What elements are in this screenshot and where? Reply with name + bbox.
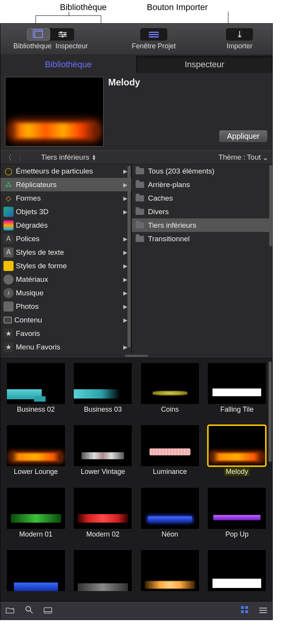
folder-column: Tous (203 éléments)Arrière-plansCachesDi…: [132, 164, 272, 354]
category-styles-de-forme[interactable]: Styles de forme▶: [0, 259, 131, 273]
category-label: Contenu: [14, 316, 42, 324]
list-view-button[interactable]: [259, 606, 267, 616]
grid-item-business-02[interactable]: Business 02: [4, 363, 68, 422]
bin-button[interactable]: [44, 606, 52, 616]
folder-label: Divers: [148, 208, 169, 216]
folder-arri-re-plans[interactable]: Arrière-plans: [132, 178, 272, 191]
item-label: Pop Up: [225, 530, 248, 538]
grid-item-modern-01[interactable]: Modern 01: [4, 488, 68, 547]
item-label: Business 03: [84, 405, 122, 414]
chevron-right-icon: ▶: [123, 182, 128, 188]
category-label: Objets 3D: [16, 208, 48, 216]
folder-icon: [136, 236, 144, 242]
item-thumbnail: [7, 550, 65, 591]
category-photos[interactable]: Photos▶: [0, 300, 131, 313]
chevron-right-icon: ▶: [123, 344, 128, 350]
category-label: Photos: [16, 302, 39, 311]
grid-item[interactable]: [71, 550, 135, 601]
split-handle[interactable]: [0, 354, 272, 358]
grid-item-falling-tile[interactable]: Falling Tile: [206, 363, 269, 422]
category--metteurs-de-particules[interactable]: ◯Émetteurs de particules▶: [0, 164, 131, 178]
nav-back-button[interactable]: 〈: [4, 153, 12, 162]
item-thumbnail: [208, 550, 266, 591]
chevron-right-icon: ▶: [123, 290, 128, 296]
category-favoris[interactable]: ★Favoris: [0, 327, 131, 340]
theme-popup[interactable]: Thème : Tout ⌄: [218, 153, 269, 162]
chevron-right-icon: ▶: [123, 168, 128, 174]
library-icon: [34, 31, 43, 38]
scrollbar[interactable]: [269, 361, 272, 462]
grid-item[interactable]: [138, 550, 202, 601]
folder-label: Transitionnel: [148, 235, 190, 243]
item-label: Luminance: [153, 468, 187, 476]
category-label: Favoris: [16, 329, 40, 338]
new-folder-button[interactable]: +: [6, 606, 14, 616]
folder-caches[interactable]: Caches: [132, 191, 272, 205]
category-icon: A: [3, 247, 14, 257]
item-thumbnail: [141, 425, 199, 466]
grid-view-button[interactable]: [241, 606, 248, 616]
category-mat-riaux[interactable]: Matériaux▶: [0, 273, 131, 286]
library-toggle-button[interactable]: [27, 28, 50, 41]
category-styles-de-texte[interactable]: AStyles de texte▶: [0, 245, 131, 259]
grid-item-n-on[interactable]: Néon: [138, 488, 202, 547]
category-formes[interactable]: ◇Formes▶: [0, 191, 131, 205]
folder-tiers-inf-rieurs[interactable]: Tiers inférieurs: [132, 218, 272, 232]
nav-forward-button[interactable]: 〉: [18, 153, 26, 162]
grid-item[interactable]: [206, 550, 269, 601]
item-label: Melody: [224, 468, 250, 476]
grid-item-melody[interactable]: Melody: [206, 425, 269, 484]
category-polices[interactable]: APolices▶: [0, 232, 131, 245]
folder-icon: [136, 168, 144, 174]
footer-bar: +: [0, 601, 272, 620]
grid-item-lower-vintage[interactable]: Lower Vintage: [71, 425, 135, 484]
grid-item-luminance[interactable]: Luminance: [138, 425, 202, 484]
main-toolbar: Bibliothèque Inspecteur Fenêtre Projet ⤓…: [0, 24, 272, 55]
category-label: Menu Favoris: [16, 343, 60, 351]
toolbar-library-label: Bibliothèque: [13, 42, 51, 50]
grid-item-modern-02[interactable]: Modern 02: [71, 488, 135, 547]
item-label: Modern 02: [86, 530, 119, 538]
item-label: Business 02: [17, 405, 55, 414]
inspector-toggle-button[interactable]: [51, 28, 74, 41]
item-thumbnail: [7, 425, 65, 466]
category-menu-favoris[interactable]: ★Menu Favoris▶: [0, 340, 131, 354]
category-contenu[interactable]: Contenu▶: [0, 313, 131, 327]
tab-inspector[interactable]: Inspecteur: [136, 55, 273, 73]
folder-icon: [136, 222, 144, 228]
preview-title: Melody: [108, 77, 268, 88]
grid-item-pop-up[interactable]: Pop Up: [206, 488, 269, 547]
folder-transitionnel[interactable]: Transitionnel: [132, 232, 272, 245]
category-icon: [3, 317, 12, 324]
apply-button[interactable]: Appliquer: [219, 130, 268, 143]
chevron-right-icon: ▶: [123, 263, 128, 269]
tab-library[interactable]: Bibliothèque: [0, 55, 136, 73]
grid-item[interactable]: [4, 550, 68, 601]
category-icon: [3, 220, 14, 230]
project-window-button[interactable]: [140, 28, 167, 41]
toolbar-project-label: Fenêtre Projet: [132, 42, 176, 50]
folder-tous-203-l-ments-[interactable]: Tous (203 éléments): [132, 164, 272, 178]
callout-import-label: Bouton Importer: [147, 2, 208, 12]
category-icon: [3, 302, 14, 312]
grid-item-business-03[interactable]: Business 03: [71, 363, 135, 422]
callout-library-label: Bibliothèque: [60, 2, 107, 12]
category-r-plicateurs[interactable]: ⁂Réplicateurs▶: [0, 178, 131, 191]
category-objets-3d[interactable]: Objets 3D▶: [0, 205, 131, 218]
grid-item-lower-lounge[interactable]: Lower Lounge: [4, 425, 68, 484]
path-popup[interactable]: Tiers inférieurs ▲▼: [41, 153, 96, 162]
chevron-right-icon: ▶: [123, 303, 128, 310]
svg-point-1: [26, 607, 31, 611]
item-thumbnail: [7, 363, 65, 404]
category-icon: [3, 207, 14, 217]
svg-rect-8: [245, 610, 248, 613]
category-musique[interactable]: ♪Musique▶: [0, 286, 131, 300]
search-button[interactable]: [25, 606, 33, 616]
folder-divers[interactable]: Divers: [132, 205, 272, 218]
category-d-grad-s[interactable]: Dégradés: [0, 218, 131, 232]
scrollbar[interactable]: [269, 165, 272, 246]
grid-item-coins[interactable]: Coins: [138, 363, 202, 422]
category-label: Styles de texte: [16, 248, 64, 257]
import-button[interactable]: ⤓: [226, 28, 253, 41]
sliders-icon: [58, 32, 67, 37]
